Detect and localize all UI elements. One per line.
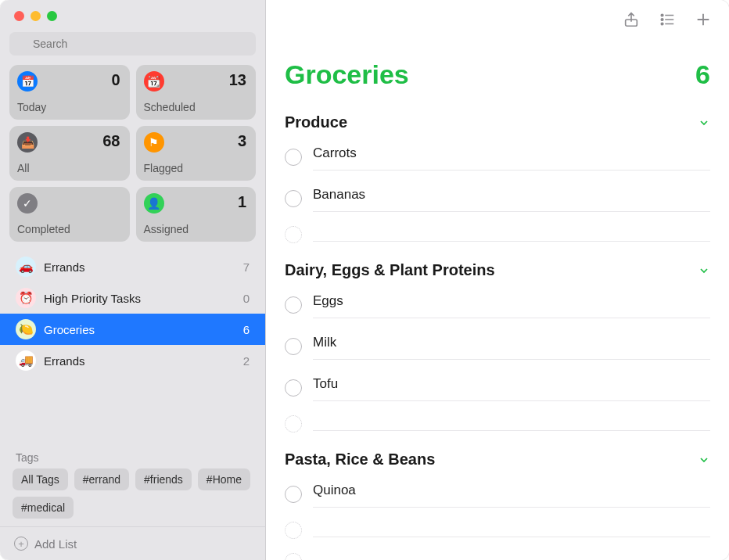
new-item-row[interactable] (285, 219, 710, 250)
completed-icon: ✓ (17, 193, 38, 214)
new-item-circle[interactable] (285, 226, 302, 243)
smartlist-completed[interactable]: ✓ Completed (9, 187, 130, 242)
list-name: Groceries (44, 323, 243, 336)
chevron-down-icon[interactable] (698, 117, 710, 129)
complete-circle[interactable] (285, 379, 302, 397)
list-name: Errands (44, 354, 243, 368)
section-title: Produce (285, 113, 347, 131)
tag-errand[interactable]: #errand (74, 468, 129, 490)
smartlist-flagged[interactable]: ⚑ 3 Flagged (136, 126, 257, 181)
list-icon: 🚗 (16, 257, 36, 277)
view-options-button[interactable] (659, 11, 676, 28)
sidebar: 📅 0 Today 📆 13 Scheduled 📥 68 All ⚑ 3 Fl… (0, 0, 266, 560)
complete-circle[interactable] (285, 486, 302, 503)
scheduled-icon: 📆 (144, 71, 164, 92)
reminder-item[interactable]: Quinoa (285, 473, 710, 515)
main-pane: Groceries 6 Produce Carrots Bananas Dair… (266, 0, 729, 560)
smartlist-count: 68 (102, 132, 120, 150)
smartlist-label: Today (17, 101, 120, 113)
complete-circle[interactable] (285, 296, 302, 314)
list-row-groceries[interactable]: 🍋 Groceries 6 (0, 314, 265, 345)
reminder-item[interactable]: Eggs (285, 284, 710, 325)
smartlist-label: Assigned (144, 223, 247, 235)
reminder-item[interactable]: Milk (285, 325, 710, 367)
share-button[interactable] (623, 11, 640, 28)
reminder-title: Quinoa (313, 480, 710, 508)
smartlist-label: Flagged (144, 162, 247, 174)
list-row-errands[interactable]: 🚚 Errands 2 (0, 345, 265, 376)
tags-header: Tags (0, 440, 265, 468)
smart-lists-grid: 📅 0 Today 📆 13 Scheduled 📥 68 All ⚑ 3 Fl… (0, 65, 265, 249)
plus-circle-icon: + (14, 537, 28, 551)
chevron-down-icon[interactable] (698, 264, 710, 277)
add-list-button[interactable]: + Add List (0, 526, 265, 560)
window-controls (0, 0, 265, 27)
section: Dairy, Eggs & Plant Proteins Eggs Milk T… (266, 250, 729, 440)
tag-home[interactable]: #Home (198, 468, 250, 490)
today-icon: 📅 (17, 71, 38, 92)
smartlist-assigned[interactable]: 👤 1 Assigned (136, 187, 257, 242)
reminder-item[interactable]: Carrots (285, 136, 710, 178)
section-title: Dairy, Eggs & Plant Proteins (285, 261, 495, 279)
smartlist-label: Scheduled (144, 101, 247, 113)
new-item-placeholder[interactable] (313, 228, 710, 242)
tag-medical[interactable]: #medical (13, 497, 74, 519)
new-item-circle[interactable] (285, 522, 302, 539)
chevron-down-icon[interactable] (698, 454, 710, 466)
list-icon: 🍋 (16, 319, 36, 339)
fullscreen-window-button[interactable] (47, 11, 57, 21)
main-toolbar (266, 0, 729, 28)
flagged-icon: ⚑ (144, 132, 164, 153)
reminder-title: Eggs (313, 291, 710, 318)
all-icon: 📥 (17, 132, 38, 153)
reminder-title: Bananas (313, 185, 710, 212)
list-row-errands[interactable]: 🚗 Errands 7 (0, 251, 265, 282)
list-count: 6 (243, 323, 250, 336)
reminder-title: Carrots (313, 143, 710, 171)
search-input[interactable] (9, 32, 256, 56)
svg-point-5 (661, 19, 663, 21)
new-item-placeholder[interactable] (313, 523, 710, 537)
new-item-circle[interactable] (285, 553, 302, 560)
close-window-button[interactable] (14, 11, 24, 21)
list-name: High Priority Tasks (44, 292, 243, 305)
tag-all-tags[interactable]: All Tags (13, 468, 68, 490)
smartlist-count: 13 (229, 71, 246, 89)
complete-circle[interactable] (285, 338, 302, 355)
smartlist-scheduled[interactable]: 📆 13 Scheduled (136, 65, 257, 120)
new-item-row[interactable] (285, 515, 710, 546)
section: Produce Carrots Bananas (266, 102, 729, 250)
list-title: Groceries (285, 59, 409, 90)
sections-container: Produce Carrots Bananas Dairy, Eggs & Pl… (266, 102, 729, 546)
smartlist-count: 0 (111, 71, 120, 89)
smartlist-all[interactable]: 📥 68 All (9, 126, 130, 181)
smartlist-today[interactable]: 📅 0 Today (9, 65, 130, 120)
smartlist-count: 3 (238, 132, 246, 150)
complete-circle[interactable] (285, 149, 302, 166)
add-reminder-button[interactable] (695, 11, 712, 28)
add-list-label: Add List (34, 537, 77, 551)
reminder-item[interactable]: Bananas (285, 178, 710, 219)
section: Pasta, Rice & Beans Quinoa (266, 440, 729, 546)
new-item-placeholder[interactable] (313, 417, 710, 431)
list-row-high-priority-tasks[interactable]: ⏰ High Priority Tasks 0 (0, 282, 265, 314)
minimize-window-button[interactable] (31, 11, 41, 21)
list-icon: 🚚 (16, 350, 36, 371)
tags-container: All Tags#errand#friends#Home#medical (0, 468, 265, 526)
my-lists: 🚗 Errands 7⏰ High Priority Tasks 0🍋 Groc… (0, 249, 265, 440)
assigned-icon: 👤 (144, 193, 164, 214)
reminder-title: Tofu (313, 374, 710, 401)
new-item-row[interactable] (285, 408, 710, 440)
reminder-item[interactable]: Tofu (285, 367, 710, 408)
complete-circle[interactable] (285, 190, 302, 207)
new-item-placeholder[interactable] (313, 555, 710, 560)
new-item-circle[interactable] (285, 415, 302, 433)
list-count: 2 (243, 354, 250, 368)
smartlist-label: Completed (17, 223, 120, 235)
smartlist-label: All (17, 162, 120, 174)
section-title: Pasta, Rice & Beans (285, 451, 435, 468)
list-count: 7 (243, 260, 250, 274)
svg-point-7 (661, 23, 663, 25)
tag-friends[interactable]: #friends (135, 468, 192, 490)
reminder-title: Milk (313, 332, 710, 360)
